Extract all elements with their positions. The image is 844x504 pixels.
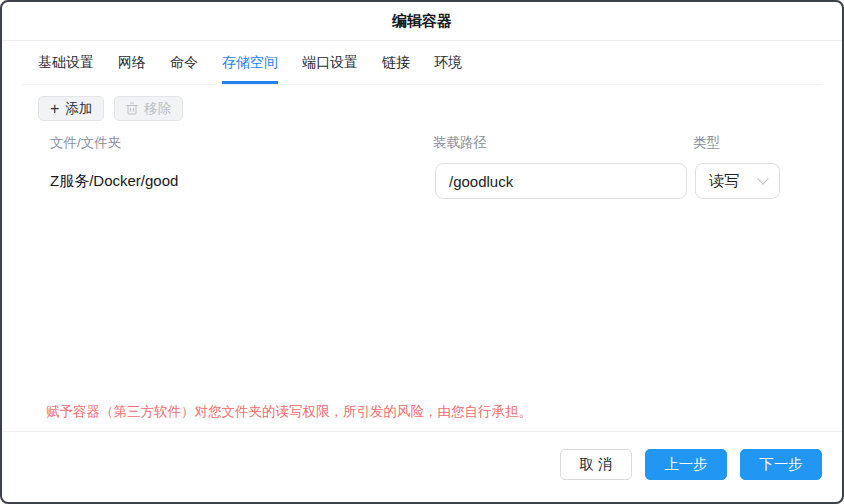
tab-links[interactable]: 链接 [382,42,410,84]
trash-icon [126,102,138,115]
chevron-down-icon [757,173,768,184]
tab-environment[interactable]: 环境 [434,42,462,84]
add-button[interactable]: + 添加 [38,96,104,121]
edit-container-dialog: 编辑容器 基础设置 网络 命令 存储空间 端口设置 链接 环境 + 添加 移 [0,0,844,504]
footer-buttons: 取 消 上一步 下一步 [560,449,822,480]
tab-network[interactable]: 网络 [118,42,146,84]
dialog-header: 编辑容器 [2,2,842,41]
column-header-type: 类型 [693,134,720,152]
tab-bar: 基础设置 网络 命令 存储空间 端口设置 链接 环境 [22,42,822,85]
column-header-file: 文件/文件夹 [50,134,121,152]
plus-icon: + [50,101,59,117]
add-button-label: 添加 [65,100,92,118]
tab-storage[interactable]: 存储空间 [222,42,278,84]
table-row-file-path[interactable]: Z服务/Docker/good [50,163,178,199]
column-header-mount-path: 装载路径 [433,134,487,152]
dialog-footer: 取 消 上一步 下一步 [2,431,842,502]
tab-port-settings[interactable]: 端口设置 [302,42,358,84]
tab-basic-settings[interactable]: 基础设置 [38,42,94,84]
cancel-button[interactable]: 取 消 [560,449,632,480]
previous-step-button[interactable]: 上一步 [645,449,727,480]
remove-button-label: 移除 [144,100,171,118]
remove-button[interactable]: 移除 [114,96,183,121]
storage-toolbar: + 添加 移除 [38,96,183,121]
permission-warning-text: 赋予容器（第三方软件）对您文件夹的读写权限，所引发的风险，由您自行承担。 [46,403,532,421]
next-step-button[interactable]: 下一步 [740,449,822,480]
dialog-title: 编辑容器 [392,12,452,31]
tab-command[interactable]: 命令 [170,42,198,84]
type-dropdown[interactable]: 读写 [695,163,780,199]
type-dropdown-value: 读写 [709,172,739,191]
mount-path-input[interactable] [435,163,687,199]
